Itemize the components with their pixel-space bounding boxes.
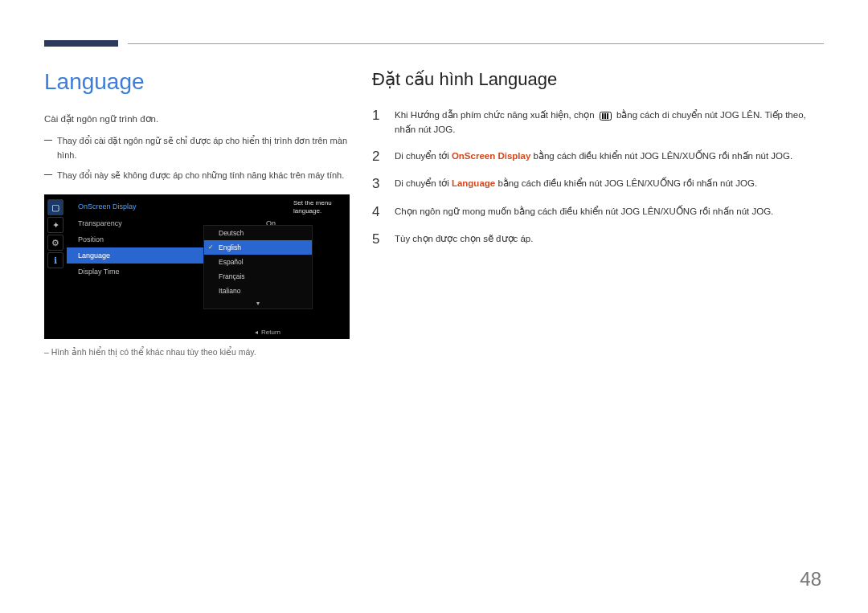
page-number: 48 xyxy=(800,568,821,591)
step-item: 4 Chọn ngôn ngữ mong muốn bằng cách điều… xyxy=(372,204,824,220)
step-number: 5 xyxy=(372,231,385,247)
step-text-part: Khi Hướng dẫn phím chức năng xuất hiện, … xyxy=(395,110,597,120)
step-text-part: bằng cách điều khiển nút JOG LÊN/XUỐNG r… xyxy=(530,151,792,161)
step-item: 5 Tùy chọn được chọn sẽ được áp. xyxy=(372,231,824,247)
osd-row-label: Language xyxy=(78,251,110,260)
chapter-header xyxy=(44,40,824,47)
step-item: 1 Khi Hướng dẫn phím chức năng xuất hiện… xyxy=(372,108,824,137)
right-column: Đặt cấu hình Language 1 Khi Hướng dẫn ph… xyxy=(372,69,824,357)
intro-text: Cài đặt ngôn ngữ trình đơn. xyxy=(44,112,350,126)
step-text: Di chuyển tới OnScreen Display bằng cách… xyxy=(395,149,792,165)
osd-popup-item-selected: English xyxy=(204,240,312,255)
step-number: 3 xyxy=(372,176,385,192)
menu-icon xyxy=(600,112,612,121)
config-heading: Đặt cấu hình Language xyxy=(372,69,824,90)
osd-main-panel: OnScreen Display Transparency On Positio… xyxy=(67,194,287,339)
step-highlight: OnScreen Display xyxy=(452,151,530,161)
osd-sidebar: ▢ ✦ ⚙ ℹ xyxy=(44,194,67,339)
note-item: Thay đổi cài đặt ngôn ngữ sẽ chỉ được áp… xyxy=(44,134,350,162)
osd-popup-item: Français xyxy=(204,269,312,284)
osd-row-label: Position xyxy=(78,235,104,243)
step-text-part: bằng cách điều khiển nút JOG LÊN/XUỐNG r… xyxy=(495,178,757,188)
step-text-part: Di chuyển tới xyxy=(395,178,452,188)
osd-popup-item: Deutsch xyxy=(204,226,312,240)
down-arrow-icon: ▾ xyxy=(204,298,312,309)
step-text: Chọn ngôn ngữ mong muốn bằng cách điều k… xyxy=(395,204,773,220)
step-text: Khi Hướng dẫn phím chức năng xuất hiện, … xyxy=(395,108,824,137)
step-item: 2 Di chuyển tới OnScreen Display bằng cá… xyxy=(372,149,824,165)
osd-popup-item: Español xyxy=(204,255,312,269)
osd-language-popup: Deutsch English Español Français Italian… xyxy=(203,225,313,309)
osd-popup-item: Italiano xyxy=(204,284,312,298)
osd-return-label: Return xyxy=(255,329,280,336)
screenshot-footnote: Hình ảnh hiển thị có thể khác nhau tùy t… xyxy=(44,347,350,357)
step-number: 1 xyxy=(372,108,385,137)
chapter-rule xyxy=(128,43,824,44)
gear-icon: ⚙ xyxy=(47,235,63,251)
osd-title: OnScreen Display xyxy=(67,199,287,215)
display-icon: ▢ xyxy=(47,199,63,215)
left-column: Language Cài đặt ngôn ngữ trình đơn. Tha… xyxy=(44,69,350,357)
step-highlight: Language xyxy=(452,178,495,188)
step-text: Di chuyển tới Language bằng cách điều kh… xyxy=(395,176,757,192)
step-list: 1 Khi Hướng dẫn phím chức năng xuất hiện… xyxy=(372,108,824,247)
step-number: 2 xyxy=(372,149,385,165)
step-number: 4 xyxy=(372,204,385,220)
osd-row-label: Display Time xyxy=(78,268,120,276)
step-text: Tùy chọn được chọn sẽ được áp. xyxy=(395,231,533,247)
note-item: Thay đổi này sẽ không được áp cho những … xyxy=(44,169,350,183)
section-heading: Language xyxy=(44,69,350,95)
osd-screenshot: ▢ ✦ ⚙ ℹ OnScreen Display Transparency On… xyxy=(44,194,350,339)
step-item: 3 Di chuyển tới Language bằng cách điều … xyxy=(372,176,824,192)
chapter-block xyxy=(44,40,118,47)
osd-row-label: Transparency xyxy=(78,219,122,227)
info-icon: ℹ xyxy=(47,252,63,268)
step-text-part: Di chuyển tới xyxy=(395,151,452,161)
nav-icon: ✦ xyxy=(47,217,63,233)
